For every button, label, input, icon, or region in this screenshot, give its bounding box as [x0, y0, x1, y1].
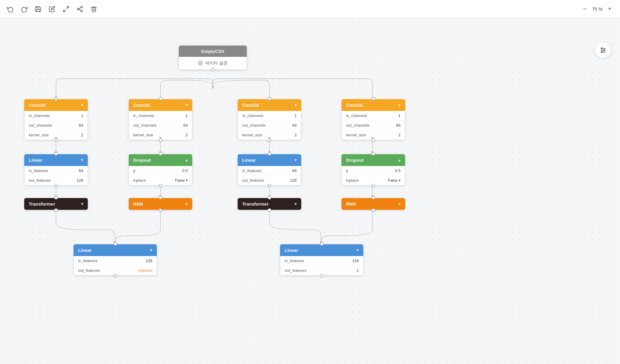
linear-2-body: in_features 64 out_features 128 [238, 166, 301, 185]
rnn-2-output [371, 208, 375, 212]
svg-line-1 [64, 9, 65, 11]
linear-4-body: in_features 128 out_features 1 [280, 256, 363, 275]
linear-4-chevron[interactable]: ▾ [357, 248, 359, 252]
rnn-node-1[interactable]: RNN ▾ [129, 198, 192, 210]
linear-1-title: Linear [29, 158, 42, 163]
linear-4-header[interactable]: Linear ▾ [280, 244, 363, 256]
conv2d-1-header[interactable]: Conv2d ▾ [24, 99, 88, 111]
conv2d-2-row-2: out_channels 64 [129, 121, 192, 130]
linear-2-title: Linear [242, 158, 256, 163]
linear-node-1[interactable]: Linear ▾ in_features 64 out_features 128 [24, 154, 88, 185]
transformer-node-1[interactable]: Transformer ▾ [24, 198, 88, 210]
conv2d-4-chevron[interactable]: ▾ [398, 103, 401, 107]
linear-4-row-1: in_features 128 [280, 256, 363, 266]
edit-button[interactable] [48, 5, 56, 13]
conv2d-3-chevron[interactable]: ▾ [295, 103, 297, 107]
settings-button[interactable] [595, 42, 611, 58]
conv2d-4-header[interactable]: Conv2d ▾ [341, 99, 405, 111]
linear-1-chevron[interactable]: ▾ [81, 158, 83, 162]
linear-3-chevron[interactable]: ▾ [150, 248, 152, 252]
linear-1-header[interactable]: Linear ▾ [24, 154, 88, 166]
emptycsv-body-label: 데이터 설정 [205, 60, 228, 66]
conv2d-4-body: in_channels 1 out_channels 64 kernel_siz… [341, 111, 405, 140]
svg-line-5 [79, 9, 81, 11]
transformer-2-chevron[interactable]: ▾ [295, 202, 297, 206]
conv2d-3-input [268, 97, 271, 101]
emptycsv-title: EmptyCSV [201, 49, 225, 54]
dropout-node-2[interactable]: Dropout ▴ p 0.5 inplace False ▾ [341, 154, 405, 185]
linear-3-title: Linear [78, 248, 92, 253]
dropout-2-header[interactable]: Dropout ▴ [341, 154, 405, 166]
zoom-level: 75 % [592, 6, 602, 11]
conv2d-4-row-1: in_channels 1 [342, 111, 405, 121]
emptycsv-header: EmptyCSV [179, 46, 247, 57]
linear-2-output [268, 184, 271, 187]
linear-3-row-1: in_features 128 [74, 256, 157, 266]
transformer-1-chevron[interactable]: ▾ [81, 202, 83, 206]
fullscreen-button[interactable] [62, 5, 70, 13]
rnn-node-2[interactable]: RNN ▾ [341, 198, 405, 210]
conv2d-node-2[interactable]: Conv2d ▾ in_channels 1 out_channels 64 k… [129, 99, 192, 140]
linear-2-header[interactable]: Linear ▾ [238, 154, 301, 166]
dropout-2-chevron[interactable]: ▴ [398, 158, 401, 162]
dropout-node-1[interactable]: Dropout ▴ p 0.5 inplace False ▾ [129, 154, 192, 185]
svg-point-28 [200, 63, 201, 64]
conv2d-2-chevron[interactable]: ▾ [186, 103, 188, 107]
rnn-1-chevron[interactable]: ▾ [186, 202, 188, 206]
emptycsv-node[interactable]: EmptyCSV 데이터 설정 [179, 45, 247, 70]
svg-point-26 [604, 50, 605, 51]
transformer-node-2[interactable]: Transformer ▾ [238, 198, 301, 210]
linear-node-2[interactable]: Linear ▾ in_features 64 out_features 128 [238, 154, 301, 185]
conv2d-node-4[interactable]: Conv2d ▾ in_channels 1 out_channels 64 k… [341, 99, 405, 140]
linear-3-body: in_features 128 out_features required [74, 256, 157, 275]
zoom-controls: − 75 % + [581, 5, 614, 13]
conv2d-2-row-1: in_channels 1 [129, 111, 192, 121]
svg-marker-21 [212, 86, 214, 89]
dropout-2-row-1: p 0.5 [342, 166, 405, 176]
dropout-1-header[interactable]: Dropout ▴ [129, 154, 192, 166]
canvas[interactable]: EmptyCSV 데이터 설정 Conv2d ▾ in_channels 1 o… [0, 18, 620, 364]
linear-4-title: Linear [285, 248, 298, 253]
linear-2-chevron[interactable]: ▾ [295, 158, 297, 162]
dropout-1-chevron[interactable]: ▴ [186, 158, 188, 162]
conv2d-4-output [371, 138, 375, 142]
connect-button[interactable] [76, 5, 84, 13]
conv2d-4-input [371, 97, 375, 101]
linear-3-output [114, 274, 117, 278]
undo-button[interactable] [6, 5, 15, 13]
rnn-2-chevron[interactable]: ▾ [398, 202, 401, 206]
transformer-1-title: Transformer [29, 201, 55, 206]
dropout-1-input [159, 152, 162, 156]
delete-button[interactable] [90, 5, 98, 13]
rnn-2-input [371, 196, 375, 200]
zoom-out-button[interactable]: − [581, 5, 589, 13]
conv2d-4-title: Conv2d [346, 102, 363, 108]
transformer-2-output [268, 208, 271, 212]
conv2d-1-chevron[interactable]: ▾ [81, 103, 83, 107]
rnn-1-output [159, 208, 162, 212]
conv2d-1-title: Conv2d [29, 102, 45, 108]
linear-2-row-1: in_features 64 [238, 166, 301, 176]
conv2d-4-row-2: out_channels 64 [342, 121, 405, 130]
transformer-1-input [54, 196, 58, 200]
conv2d-3-body: in_channels 1 out_channels 64 kernel_siz… [238, 111, 301, 140]
save-button[interactable] [34, 5, 42, 13]
linear-2-input [268, 152, 271, 156]
conv2d-2-header[interactable]: Conv2d ▾ [129, 99, 192, 111]
redo-button[interactable] [20, 5, 28, 13]
linear-node-3[interactable]: Linear ▾ in_features 128 out_features re… [74, 244, 157, 275]
conv2d-3-output [268, 138, 271, 142]
linear-3-header[interactable]: Linear ▾ [74, 244, 157, 256]
dropout-1-title: Dropout [133, 158, 151, 163]
svg-line-0 [67, 6, 68, 8]
zoom-in-button[interactable]: + [605, 5, 614, 13]
dropout-1-output [159, 184, 162, 187]
svg-line-6 [79, 7, 81, 8]
conv2d-node-3[interactable]: Conv2d ▾ in_channels 1 out_channels 64 k… [238, 99, 301, 140]
conv2d-1-row-1: in_channels 1 [25, 111, 87, 121]
conv2d-node-1[interactable]: Conv2d ▾ in_channels 1 out_channels 64 k… [24, 99, 88, 140]
linear-node-4[interactable]: Linear ▾ in_features 128 out_features 1 [280, 244, 363, 275]
linear-4-input [320, 242, 324, 246]
conv2d-3-header[interactable]: Conv2d ▾ [238, 99, 301, 111]
emptycsv-body[interactable]: 데이터 설정 [179, 57, 247, 70]
